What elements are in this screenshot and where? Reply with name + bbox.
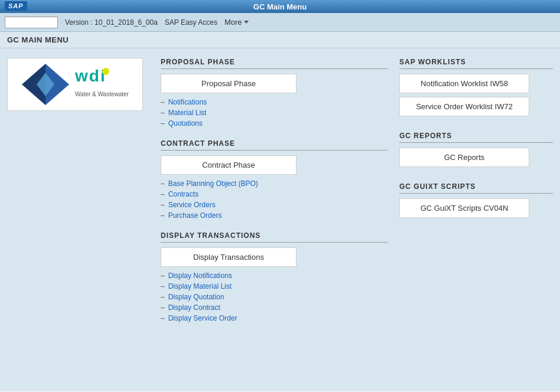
gc-reports-header: GC REPORTS: [399, 132, 553, 143]
display-transactions-button[interactable]: Display Transactions: [161, 247, 297, 267]
svg-point-4: [102, 68, 109, 75]
main-content: wdi Water & Wastewater PROPOSAL PHASE Pr…: [0, 48, 560, 391]
more-button[interactable]: More: [224, 18, 249, 27]
contract-phase-button[interactable]: Contract Phase: [161, 155, 297, 175]
search-input[interactable]: [5, 17, 58, 28]
version-label: Version : 10_01_2018_6_00a: [65, 18, 158, 27]
logo-container: wdi Water & Wastewater: [7, 58, 143, 111]
easy-access-link[interactable]: SAP Easy Acces: [165, 18, 217, 27]
sap-worklists-header: SAP WORKLISTS: [399, 58, 553, 69]
proposal-phase-section: PROPOSAL PHASE Proposal Phase Notificati…: [161, 58, 388, 130]
page-title: GC MAIN MENU: [7, 35, 69, 44]
list-item: Base Planning Object (BPO): [161, 179, 388, 188]
contract-phase-header: CONTRACT PHASE: [161, 139, 388, 151]
notification-worklist-button[interactable]: Notification Worklist IW58: [399, 74, 529, 93]
app-title: GC Main Menu: [253, 2, 307, 11]
proposal-phase-header: PROPOSAL PHASE: [161, 58, 388, 69]
gc-guixt-section: GC GUIXT SCRIPTS GC GuiXT Scripts CV04N: [399, 182, 553, 221]
sap-logo-text: SAP: [8, 2, 24, 9]
gc-reports-button[interactable]: GC Reports: [399, 148, 529, 167]
display-material-list-link[interactable]: Display Material List: [168, 282, 232, 290]
list-item: Display Notifications: [161, 272, 388, 280]
material-list-link[interactable]: Material List: [168, 109, 207, 117]
gc-reports-section: GC REPORTS GC Reports: [399, 132, 553, 171]
chevron-down-icon: [244, 21, 249, 24]
display-service-order-link[interactable]: Display Service Order: [168, 314, 237, 322]
list-item: Display Contract: [161, 303, 388, 312]
gc-guixt-scripts-button[interactable]: GC GuiXT Scripts CV04N: [399, 198, 529, 218]
toolbar: Version : 10_01_2018_6_00a SAP Easy Acce…: [0, 13, 560, 32]
gc-guixt-header: GC GUIXT SCRIPTS: [399, 182, 553, 194]
bpo-link[interactable]: Base Planning Object (BPO): [168, 179, 258, 188]
display-transactions-section: DISPLAY TRANSACTIONS Display Transaction…: [161, 231, 388, 325]
display-quotation-link[interactable]: Display Quotation: [168, 293, 224, 301]
list-item: Service Orders: [161, 201, 388, 209]
sap-logo: SAP: [5, 1, 27, 11]
service-orders-link[interactable]: Service Orders: [168, 201, 216, 209]
display-notifications-link[interactable]: Display Notifications: [168, 272, 232, 280]
display-contract-link[interactable]: Display Contract: [168, 303, 220, 312]
right-panel: SAP WORKLISTS Notification Worklist IW58…: [399, 58, 553, 381]
service-order-worklist-button[interactable]: Service Order Worklist IW72: [399, 97, 529, 116]
purchase-orders-link[interactable]: Purchase Orders: [168, 211, 222, 220]
proposal-phase-links: Notifications Material List Quotations: [161, 98, 388, 128]
list-item: Display Service Order: [161, 314, 388, 322]
contracts-link[interactable]: Contracts: [168, 190, 198, 198]
svg-text:Water & Wastewater: Water & Wastewater: [75, 91, 129, 97]
company-logo: wdi Water & Wastewater: [16, 61, 134, 108]
display-transactions-links: Display Notifications Display Material L…: [161, 272, 388, 322]
svg-text:wdi: wdi: [74, 67, 106, 85]
list-item: Notifications: [161, 98, 388, 106]
list-item: Display Quotation: [161, 293, 388, 301]
list-item: Purchase Orders: [161, 211, 388, 220]
list-item: Quotations: [161, 119, 388, 128]
page-header: GC MAIN MENU: [0, 32, 560, 48]
contract-phase-section: CONTRACT PHASE Contract Phase Base Plann…: [161, 139, 388, 222]
proposal-phase-button[interactable]: Proposal Phase: [161, 74, 297, 93]
contract-phase-links: Base Planning Object (BPO) Contracts Ser…: [161, 179, 388, 220]
display-transactions-header: DISPLAY TRANSACTIONS: [161, 231, 388, 243]
center-panel: PROPOSAL PHASE Proposal Phase Notificati…: [161, 58, 388, 381]
more-label: More: [224, 18, 242, 27]
left-panel: wdi Water & Wastewater: [7, 58, 149, 381]
list-item: Display Material List: [161, 282, 388, 290]
quotations-link[interactable]: Quotations: [168, 119, 203, 128]
notifications-link[interactable]: Notifications: [168, 98, 207, 106]
sap-worklists-section: SAP WORKLISTS Notification Worklist IW58…: [399, 58, 553, 120]
list-item: Contracts: [161, 190, 388, 198]
list-item: Material List: [161, 109, 388, 117]
top-bar: SAP GC Main Menu: [0, 0, 560, 13]
